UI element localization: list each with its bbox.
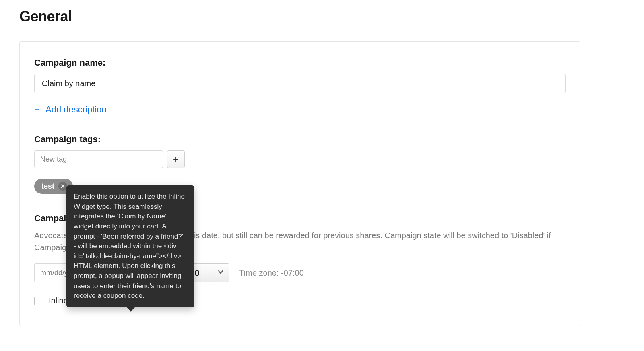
inline-widget-checkbox[interactable] — [34, 297, 43, 305]
add-description-label: Add description — [45, 104, 107, 115]
tag-input-row: + — [34, 150, 566, 168]
tag-remove-icon[interactable]: ✕ — [58, 182, 67, 191]
general-card: Campaign name: + Add description Campaig… — [19, 41, 580, 326]
page-root: General Campaign name: + Add description… — [0, 0, 600, 342]
tag-input[interactable] — [34, 150, 163, 168]
campaign-tags-label: Campaign tags: — [34, 134, 566, 145]
tag-add-button[interactable]: + — [167, 150, 185, 168]
add-description-button[interactable]: + Add description — [34, 104, 107, 115]
timezone-label: Time zone: -07:00 — [239, 268, 303, 278]
plus-icon: + — [173, 154, 179, 165]
page-title: General — [19, 8, 580, 25]
inline-widget-tooltip: Enable this option to utilize the Inline… — [66, 185, 194, 307]
campaign-name-label: Campaign name: — [34, 58, 566, 68]
plus-icon: + — [34, 105, 40, 114]
campaign-name-input[interactable] — [34, 74, 566, 93]
campaign-tags-section: Campaign tags: + test ✕ — [34, 134, 566, 194]
tag-chip-label: test — [41, 182, 54, 191]
